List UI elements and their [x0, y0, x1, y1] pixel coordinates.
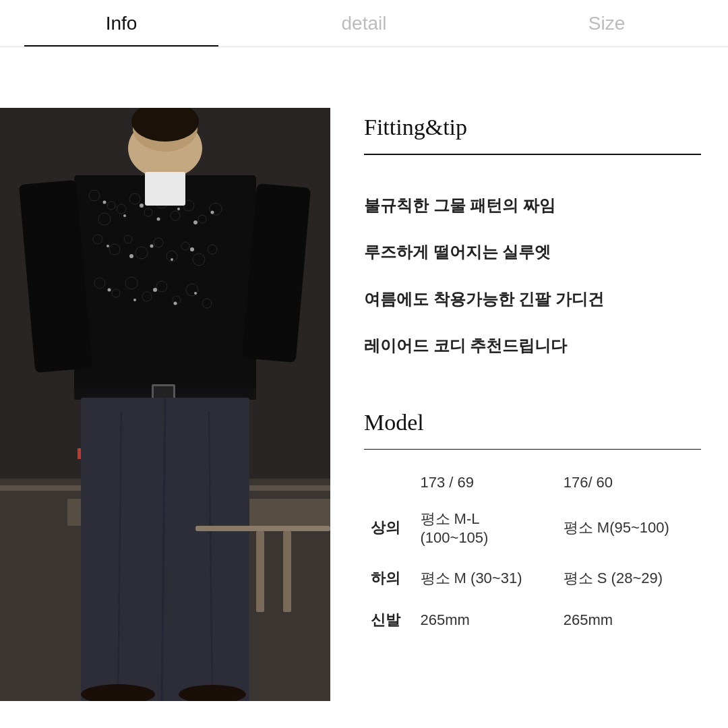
tip-4: 레이어드 코디 추천드립니다 [364, 322, 701, 369]
table-row: 상의 평소 M-L (100~105) 평소 M(95~100) [364, 498, 701, 557]
row-top-col2: 평소 M(95~100) [557, 498, 701, 557]
svg-point-47 [129, 254, 133, 258]
model-section: Model 173 / 69 176/ 60 상의 평소 M-L (100~10… [364, 410, 701, 642]
tip-2: 루즈하게 떨어지는 실루엣 [364, 229, 701, 276]
svg-point-51 [108, 289, 111, 292]
svg-point-45 [211, 211, 214, 214]
product-image-inner: NO [0, 108, 330, 701]
svg-rect-68 [195, 526, 330, 531]
tab-detail[interactable]: detail [243, 0, 485, 47]
svg-rect-56 [145, 172, 185, 206]
svg-point-50 [190, 247, 194, 251]
tip-3: 여름에도 착용가능한 긴팔 가디건 [364, 276, 701, 323]
row-shoes-col2: 265mm [557, 599, 701, 641]
svg-point-44 [193, 220, 198, 224]
svg-point-54 [174, 302, 177, 305]
info-panel: Fitting&tip 불규칙한 그물 패턴의 짜임 루즈하게 떨어지는 실루엣… [330, 47, 728, 728]
table-row: 하의 평소 M (30~31) 평소 S (28~29) [364, 557, 701, 599]
model-table: 173 / 69 176/ 60 상의 평소 M-L (100~105) 평소 … [364, 463, 701, 641]
fitting-divider [364, 154, 701, 155]
product-image: NO [0, 108, 330, 701]
svg-rect-70 [283, 531, 291, 612]
product-image-panel: NO [0, 108, 330, 701]
row-shoes-col1: 265mm [414, 599, 557, 641]
svg-rect-69 [256, 531, 264, 612]
svg-point-52 [133, 299, 136, 301]
svg-point-43 [177, 208, 180, 210]
fitting-tips-section: Fitting&tip 불규칙한 그물 패턴의 짜임 루즈하게 떨어지는 실루엣… [364, 115, 701, 369]
model-col1-header: 173 / 69 [414, 463, 557, 498]
svg-point-39 [103, 201, 107, 204]
row-bottom-col2: 평소 S (28~29) [557, 557, 701, 599]
svg-point-40 [123, 214, 126, 217]
image-overlay: NO [0, 108, 330, 701]
svg-point-46 [107, 245, 109, 247]
model-divider [364, 449, 701, 450]
model-header-empty [364, 463, 414, 498]
main-content: NO [0, 47, 728, 728]
tab-size[interactable]: Size [485, 0, 728, 47]
row-label-top: 상의 [364, 498, 414, 557]
row-label-shoes: 신발 [364, 599, 414, 641]
svg-point-53 [153, 288, 157, 292]
table-row: 신발 265mm 265mm [364, 599, 701, 641]
model-title: Model [364, 410, 701, 435]
svg-point-42 [157, 218, 160, 221]
tab-info[interactable]: Info [0, 0, 243, 47]
svg-point-55 [194, 292, 197, 295]
row-label-bottom: 하의 [364, 557, 414, 599]
svg-point-49 [171, 258, 173, 261]
model-header-row: 173 / 69 176/ 60 [364, 463, 701, 498]
svg-point-48 [150, 245, 154, 248]
tip-1: 불규칙한 그물 패턴의 짜임 [364, 182, 701, 229]
row-top-col1: 평소 M-L (100~105) [414, 498, 557, 557]
model-col2-header: 176/ 60 [557, 463, 701, 498]
fitting-title: Fitting&tip [364, 115, 701, 140]
tab-bar: Info detail Size [0, 0, 728, 47]
svg-point-41 [140, 204, 144, 208]
row-bottom-col1: 평소 M (30~31) [414, 557, 557, 599]
